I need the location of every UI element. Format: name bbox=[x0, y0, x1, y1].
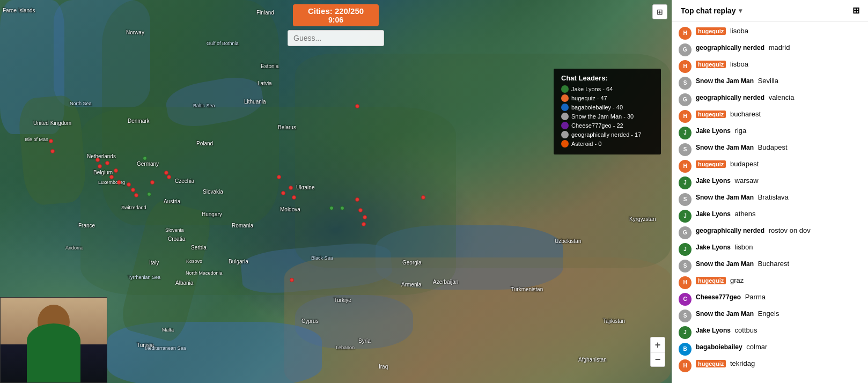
map-pin bbox=[329, 206, 334, 210]
chat-content: Snow the Jam Man Budapest bbox=[696, 143, 862, 152]
map-pin bbox=[105, 161, 109, 165]
chat-message: G geographically nerded madrid bbox=[672, 41, 868, 58]
map-pin bbox=[49, 139, 53, 143]
map-pin bbox=[150, 180, 155, 185]
chat-avatar: H bbox=[679, 27, 692, 40]
leader-row-4: Snow the Jam Man - 30 bbox=[561, 113, 653, 120]
chat-message: S Snow the Jam Man Sevilla bbox=[672, 75, 868, 91]
chat-avatar: S bbox=[679, 77, 692, 90]
chat-text: Engels bbox=[758, 310, 779, 318]
chat-username: geographically nerded bbox=[696, 94, 764, 101]
chat-messages[interactable]: H hugequiz lisoba G geographically nerde… bbox=[672, 21, 868, 383]
chat-text: lisbon bbox=[735, 243, 753, 251]
chat-text: warsaw bbox=[735, 176, 759, 185]
chat-message: G geographically nerded rostov on dov bbox=[672, 224, 868, 241]
map-pin bbox=[134, 193, 138, 197]
chat-message: H hugequiz lisoba bbox=[672, 25, 868, 41]
chat-username: hugequiz bbox=[696, 160, 726, 168]
chat-content: hugequiz lisboa bbox=[696, 60, 862, 69]
chat-text: valencia bbox=[769, 93, 795, 101]
chat-content: Snow the Jam Man Bucharest bbox=[696, 259, 862, 269]
map-pin bbox=[167, 175, 171, 179]
chat-username: Jake Lyons bbox=[696, 327, 731, 334]
leader-avatar-1 bbox=[561, 85, 569, 93]
chat-content: Snow the Jam Man Sevilla bbox=[696, 76, 862, 86]
map-pin bbox=[289, 186, 293, 190]
chat-username: Jake Lyons bbox=[696, 127, 731, 135]
chat-message: S Snow the Jam Man Bratislava bbox=[672, 191, 868, 208]
chat-avatar: J bbox=[679, 243, 692, 256]
chat-message: J Jake Lyons cottbus bbox=[672, 324, 868, 341]
map-container: Faroe Islands Norway Finland Gulf of Bot… bbox=[0, 0, 672, 383]
map-pin bbox=[292, 195, 296, 200]
map-pin bbox=[362, 222, 366, 226]
chat-username: Snow the Jam Man bbox=[696, 310, 754, 318]
chat-username: hugequiz bbox=[696, 111, 726, 118]
leader-avatar-2 bbox=[561, 94, 569, 102]
chat-content: hugequiz budapest bbox=[696, 159, 862, 169]
map-pin bbox=[131, 188, 135, 192]
leader-name-7: Asteroid - 0 bbox=[571, 141, 601, 147]
chat-settings-icon[interactable]: ⊞ bbox=[852, 5, 859, 16]
map-pin bbox=[117, 180, 121, 185]
guess-input[interactable] bbox=[288, 30, 384, 46]
chat-content: Cheese777geo Parma bbox=[696, 292, 862, 302]
leader-name-3: bagaboiebailey - 40 bbox=[571, 104, 623, 111]
chat-text: rostov on dov bbox=[769, 226, 811, 234]
chat-content: Snow the Jam Man Engels bbox=[696, 309, 862, 319]
chat-username: hugequiz bbox=[696, 360, 726, 367]
leader-name-6: geographically nerded - 17 bbox=[571, 131, 641, 138]
chat-content: Jake Lyons athens bbox=[696, 209, 862, 219]
chat-avatar: C bbox=[679, 293, 692, 306]
guess-input-container bbox=[288, 30, 384, 46]
chat-message: H hugequiz budapest bbox=[672, 158, 868, 174]
chat-content: Jake Lyons cottbus bbox=[696, 326, 862, 335]
score-box: Cities: 220/250 9:06 bbox=[293, 4, 379, 26]
chat-text: madrid bbox=[769, 43, 790, 51]
chat-text: lisoba bbox=[730, 27, 748, 35]
leader-name-1: Jake Lyons - 64 bbox=[571, 86, 613, 92]
chat-message: S Snow the Jam Man Bucharest bbox=[672, 257, 868, 274]
chat-avatar: B bbox=[679, 343, 692, 356]
chat-panel: Top chat replay ▾ ⊞ H hugequiz lisoba G … bbox=[672, 0, 868, 383]
chat-content: hugequiz graz bbox=[696, 276, 862, 285]
map-pin bbox=[355, 104, 359, 108]
chat-content: bagaboiebailey colmar bbox=[696, 342, 862, 352]
zoom-controls: + − bbox=[650, 337, 665, 367]
chat-username: hugequiz bbox=[696, 61, 726, 68]
chat-avatar: J bbox=[679, 326, 692, 339]
chat-message: S Snow the Jam Man Engels bbox=[672, 307, 868, 324]
zoom-out-button[interactable]: − bbox=[650, 352, 665, 367]
expand-button[interactable]: ⊞ bbox=[652, 4, 667, 19]
chat-text: Parma bbox=[745, 293, 766, 301]
chat-message: G geographically nerded valencia bbox=[672, 91, 868, 108]
chat-dropdown-arrow[interactable]: ▾ bbox=[739, 7, 742, 14]
chat-text: bucharest bbox=[730, 110, 761, 118]
map-pin bbox=[340, 206, 344, 210]
chat-text: riga bbox=[735, 127, 747, 135]
webcam-body bbox=[27, 323, 80, 382]
chat-username: hugequiz bbox=[696, 27, 726, 35]
chat-leaders-box: Chat Leaders: Jake Lyons - 64 hugequiz -… bbox=[554, 69, 661, 154]
chat-username: Snow the Jam Man bbox=[696, 260, 754, 268]
map-pin bbox=[355, 197, 359, 202]
chat-avatar: S bbox=[679, 310, 692, 322]
chat-text: Bratislava bbox=[758, 193, 789, 201]
chat-username: geographically nerded bbox=[696, 227, 764, 234]
leader-row-3: bagaboiebailey - 40 bbox=[561, 104, 653, 111]
chat-content: hugequiz lisoba bbox=[696, 26, 862, 36]
chat-message: C Cheese777geo Parma bbox=[672, 291, 868, 307]
chat-message: H hugequiz graz bbox=[672, 274, 868, 291]
map-pin bbox=[147, 192, 151, 196]
chat-message: J Jake Lyons athens bbox=[672, 208, 868, 224]
leader-avatar-4 bbox=[561, 113, 569, 120]
chat-avatar: J bbox=[679, 210, 692, 223]
webcam-person bbox=[1, 298, 107, 382]
zoom-in-button[interactable]: + bbox=[650, 337, 665, 352]
chat-leaders-title: Chat Leaders: bbox=[561, 74, 653, 82]
chat-text: athens bbox=[735, 210, 756, 218]
chat-username: Jake Lyons bbox=[696, 210, 731, 218]
chat-content: Snow the Jam Man Bratislava bbox=[696, 193, 862, 202]
leader-name-4: Snow the Jam Man - 30 bbox=[571, 113, 634, 120]
chat-avatar: H bbox=[679, 110, 692, 123]
